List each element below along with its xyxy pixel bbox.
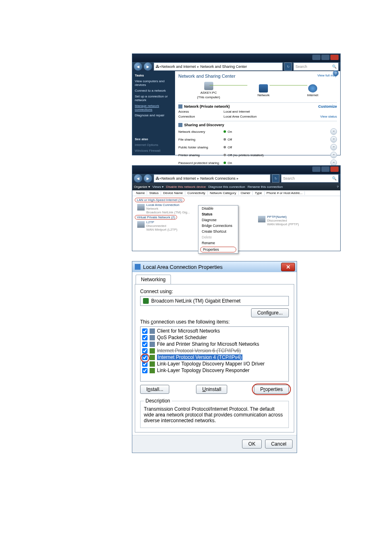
list-item[interactable]: Internet Protocol Version 4 (TCP/IPv4) bbox=[141, 354, 288, 361]
forward-button[interactable]: ► bbox=[144, 62, 152, 71]
nic-icon bbox=[143, 298, 149, 304]
customize-link[interactable]: Customize bbox=[318, 104, 337, 109]
refresh-button[interactable]: ↻ bbox=[272, 174, 279, 183]
breadcrumb-item[interactable]: Network and Internet bbox=[161, 176, 196, 180]
titlebar[interactable] bbox=[132, 54, 340, 62]
breadcrumb-item[interactable]: Network and Sharing Center bbox=[201, 65, 247, 69]
configure-button[interactable]: Configure... bbox=[251, 308, 289, 317]
forward-button[interactable]: ► bbox=[144, 174, 152, 183]
list-item[interactable]: Client for Microsoft Networks bbox=[141, 328, 288, 334]
column-header[interactable]: Name bbox=[134, 191, 147, 195]
ok-button[interactable]: OK bbox=[242, 439, 261, 449]
task-manage-connections[interactable]: Manage network connections bbox=[135, 104, 173, 111]
task-setup[interactable]: Set up a connection or network bbox=[135, 95, 173, 102]
menu-disable[interactable]: Disable bbox=[198, 206, 238, 211]
share-icon bbox=[150, 342, 155, 347]
expand-button[interactable]: ⌄ bbox=[330, 128, 337, 135]
list-item[interactable]: File and Printer Sharing for Microsoft N… bbox=[141, 341, 288, 347]
view-status-link[interactable]: View status bbox=[316, 115, 337, 118]
menu-diagnose[interactable]: Diagnose bbox=[198, 217, 238, 223]
connection-pptp[interactable]: PPTP(Nortel)DisconnectedWAN Miniport (PP… bbox=[258, 215, 299, 226]
item-checkbox[interactable] bbox=[142, 368, 148, 373]
menu-properties[interactable]: Properties bbox=[200, 247, 236, 252]
tab-networking[interactable]: Networking bbox=[136, 275, 171, 284]
column-header[interactable]: Device Name bbox=[161, 191, 185, 195]
item-checkbox[interactable] bbox=[142, 328, 148, 334]
breadcrumb-item[interactable]: Network Connections bbox=[201, 176, 236, 180]
group-header-lan[interactable]: LAN or High-Speed Internet (1) bbox=[135, 198, 184, 202]
item-checkbox[interactable] bbox=[142, 335, 148, 340]
column-header[interactable]: Phone # or Host Addre... bbox=[265, 191, 305, 195]
map-node-network[interactable]: Network bbox=[258, 84, 270, 97]
menu-status[interactable]: Status bbox=[198, 211, 238, 217]
column-headers[interactable]: NameStatusDevice NameConnectivityNetwork… bbox=[132, 190, 340, 196]
network-icon bbox=[178, 104, 182, 109]
cancel-button[interactable]: Cancel bbox=[265, 439, 293, 449]
back-button[interactable]: ◄ bbox=[134, 174, 142, 183]
expand-button[interactable]: ⌄ bbox=[330, 152, 337, 158]
column-header[interactable]: Connectivity bbox=[185, 191, 208, 195]
column-header[interactable]: Owner bbox=[239, 191, 253, 195]
menu-rename[interactable]: Rename bbox=[198, 240, 238, 246]
rename-button[interactable]: Rename this connection bbox=[247, 185, 283, 189]
install-button[interactable]: Install... bbox=[140, 385, 169, 394]
task-connect[interactable]: Connect to a network bbox=[135, 89, 173, 92]
list-item[interactable]: Internet Protocol Version 6 (TCP/IPv6) bbox=[141, 347, 288, 354]
proto-icon bbox=[150, 348, 155, 354]
titlebar[interactable]: Local Area Connection Properties ✕ bbox=[132, 261, 297, 272]
column-header[interactable]: Network Category bbox=[208, 191, 239, 195]
items-list[interactable]: Client for Microsoft NetworksQoS Packet … bbox=[140, 326, 289, 382]
maximize-button[interactable] bbox=[321, 55, 330, 60]
properties-button[interactable]: Properties bbox=[254, 385, 289, 394]
see-also-firewall[interactable]: Windows Firewall bbox=[135, 149, 173, 153]
minimize-button[interactable] bbox=[312, 55, 321, 60]
dialog-title: Local Area Connection Properties bbox=[143, 264, 223, 270]
expand-button[interactable]: ⌄ bbox=[330, 136, 337, 143]
breadcrumb[interactable]: 🖧 « Network and Internet ▸ Network and S… bbox=[154, 62, 283, 71]
client-icon bbox=[150, 328, 155, 334]
task-view-computers[interactable]: View computers and devices bbox=[135, 79, 173, 87]
disable-device-button[interactable]: Disable this network device bbox=[166, 185, 206, 189]
close-button[interactable]: ✕ bbox=[281, 263, 295, 271]
maximize-button[interactable] bbox=[321, 166, 330, 172]
expand-button[interactable]: ⌄ bbox=[330, 144, 337, 150]
list-item[interactable]: QoS Packet Scheduler bbox=[141, 334, 288, 341]
search-input[interactable]: Search🔍 bbox=[281, 174, 339, 183]
see-also-internet-options[interactable]: Internet Options bbox=[135, 143, 173, 147]
sd-state: On bbox=[224, 161, 316, 165]
sharing-icon bbox=[178, 123, 182, 127]
help-icon[interactable]: ? bbox=[337, 185, 339, 189]
breadcrumb-item[interactable]: Network and Internet bbox=[161, 65, 196, 69]
diagnose-button[interactable]: Diagnose this connection bbox=[208, 185, 245, 189]
proto-icon bbox=[150, 361, 155, 367]
view-full-map-link[interactable]: View full map bbox=[318, 74, 337, 77]
breadcrumb[interactable]: 🖧 « Network and Internet ▸ Network Conne… bbox=[154, 174, 270, 183]
map-node-pc[interactable]: ASKEY-PC(This computer) bbox=[197, 82, 220, 99]
column-header[interactable]: Type bbox=[253, 191, 264, 195]
map-node-internet[interactable]: Internet bbox=[307, 84, 318, 97]
task-diagnose[interactable]: Diagnose and repair bbox=[135, 113, 173, 117]
search-input[interactable]: Search🔍 bbox=[293, 62, 339, 71]
menu-bridge-connections[interactable]: Bridge Connections bbox=[198, 223, 238, 229]
menu-create-shortcut[interactable]: Create Shortcut bbox=[198, 229, 238, 234]
close-button[interactable] bbox=[330, 166, 339, 172]
views-menu[interactable]: Views ▾ bbox=[152, 185, 164, 189]
column-header[interactable]: Status bbox=[147, 191, 161, 195]
minimize-button[interactable] bbox=[312, 166, 321, 172]
list-item[interactable]: Link-Layer Topology Discovery Responder bbox=[141, 367, 288, 374]
item-checkbox[interactable] bbox=[142, 355, 148, 360]
item-checkbox[interactable] bbox=[142, 342, 148, 347]
refresh-button[interactable]: ↻ bbox=[284, 62, 292, 71]
close-button[interactable] bbox=[330, 55, 339, 60]
titlebar[interactable] bbox=[132, 166, 340, 174]
see-also-header: See also bbox=[135, 137, 173, 141]
back-button[interactable]: ◄ bbox=[134, 62, 142, 71]
organize-menu[interactable]: Organize ▾ bbox=[134, 185, 150, 189]
list-item[interactable]: Link-Layer Topology Discovery Mapper I/O… bbox=[141, 361, 288, 367]
uninstall-button[interactable]: Uninstall bbox=[196, 385, 227, 394]
menu-delete[interactable]: Delete bbox=[198, 234, 238, 240]
proto-icon bbox=[150, 368, 155, 373]
adapter-icon bbox=[137, 204, 145, 210]
group-header-vpn[interactable]: Virtual Private Network (2) bbox=[135, 215, 177, 220]
item-checkbox[interactable] bbox=[142, 348, 148, 354]
